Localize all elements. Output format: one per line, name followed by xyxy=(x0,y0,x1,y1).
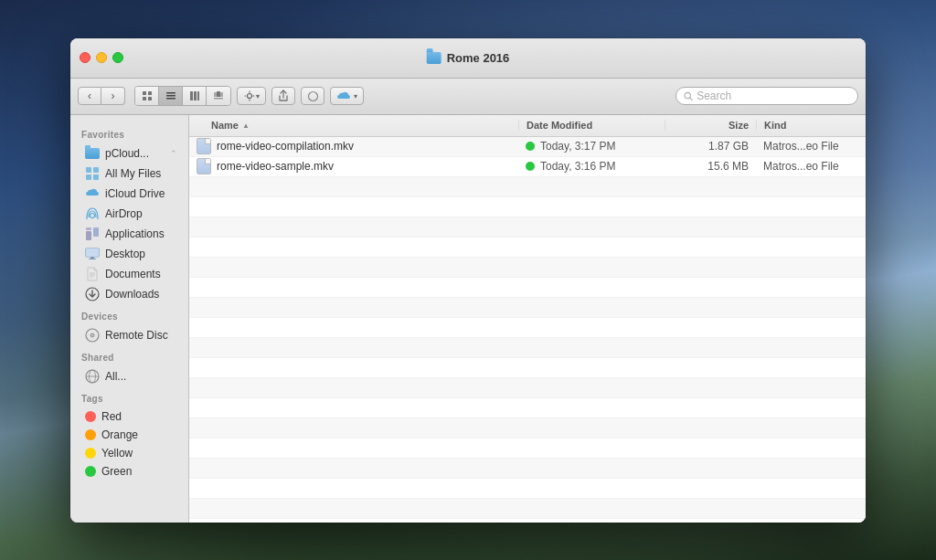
tag-button[interactable] xyxy=(301,87,324,105)
view-columns-button[interactable] xyxy=(183,87,207,105)
pcloud-expand: ⌃ xyxy=(170,149,177,158)
table-row-empty xyxy=(189,459,866,479)
svg-rect-7 xyxy=(190,91,193,100)
sidebar-item-remote-disc[interactable]: Remote Disc xyxy=(74,325,185,345)
svg-rect-12 xyxy=(220,92,223,97)
col-header-size[interactable]: Size xyxy=(665,120,756,131)
view-coverflow-button[interactable] xyxy=(207,87,230,105)
all-shared-label: All... xyxy=(105,370,126,383)
svg-rect-32 xyxy=(90,257,94,259)
svg-rect-23 xyxy=(93,167,99,173)
back-button[interactable]: ‹ xyxy=(78,87,101,105)
window-title-area: Rome 2016 xyxy=(427,51,510,65)
downloads-label: Downloads xyxy=(105,288,159,301)
applications-label: Applications xyxy=(105,227,165,240)
action-chevron: ▾ xyxy=(256,92,260,100)
sidebar: Favorites pCloud... ⌃ All My Fil xyxy=(70,115,189,523)
sidebar-item-desktop[interactable]: Desktop xyxy=(74,244,185,264)
file-kind-cell: Matros...eo File xyxy=(756,140,866,153)
sidebar-item-applications[interactable]: Applications xyxy=(74,224,185,244)
search-icon xyxy=(684,91,693,101)
tag-green-dot xyxy=(85,466,96,477)
minimize-button[interactable] xyxy=(96,52,107,63)
svg-rect-28 xyxy=(93,227,99,237)
sync-status-dot xyxy=(526,162,535,171)
svg-rect-11 xyxy=(214,92,217,97)
file-kind: Matros...eo File xyxy=(763,160,839,173)
forward-button[interactable]: › xyxy=(101,87,125,105)
sidebar-item-tag-orange[interactable]: Orange xyxy=(74,426,185,444)
tag-orange-dot xyxy=(85,429,96,440)
svg-rect-1 xyxy=(148,91,152,95)
shared-label: Shared xyxy=(70,345,188,366)
table-row-empty xyxy=(189,197,866,217)
sidebar-item-tag-red[interactable]: Red xyxy=(74,407,185,426)
table-row-empty xyxy=(189,499,866,519)
sidebar-item-icloud-drive[interactable]: iCloud Drive xyxy=(74,184,185,204)
list-view-icon xyxy=(165,90,176,101)
col-header-date[interactable]: Date Modified xyxy=(518,120,665,131)
sidebar-item-all-my-files[interactable]: All My Files xyxy=(74,164,185,184)
view-list-button[interactable] xyxy=(159,87,183,105)
devices-label: Devices xyxy=(70,304,188,325)
svg-rect-17 xyxy=(244,95,246,96)
coverflow-view-icon xyxy=(213,90,224,101)
toolbar: ‹ › xyxy=(70,79,866,115)
svg-rect-24 xyxy=(86,174,91,180)
col-name-label: Name xyxy=(211,120,239,131)
action-button[interactable]: ▾ xyxy=(237,87,266,105)
finder-window: Rome 2016 ‹ › xyxy=(70,38,866,523)
tag-red-dot xyxy=(85,411,96,422)
svg-rect-33 xyxy=(89,259,96,259)
sidebar-item-pcloud[interactable]: pCloud... ⌃ xyxy=(74,143,185,164)
svg-rect-29 xyxy=(86,227,91,230)
search-input[interactable] xyxy=(697,90,850,102)
file-date-cell: Today, 3:16 PM xyxy=(518,160,665,173)
table-row-empty xyxy=(189,258,866,278)
table-row-empty xyxy=(189,438,866,459)
all-my-files-icon xyxy=(85,166,100,181)
svg-rect-13 xyxy=(214,98,223,100)
close-button[interactable] xyxy=(80,52,90,63)
tag-green-label: Green xyxy=(101,465,132,478)
table-row[interactable]: rome-video-compilation.mkv Today, 3:17 P… xyxy=(189,137,866,157)
tag-orange-label: Orange xyxy=(101,428,138,441)
file-date: Today, 3:17 PM xyxy=(540,140,616,153)
file-list-header: Name ▲ Date Modified Size Kind xyxy=(189,115,866,137)
favorites-label: Favorites xyxy=(70,122,188,143)
sidebar-item-documents[interactable]: Documents xyxy=(74,264,185,284)
sidebar-item-airdrop[interactable]: AirDrop xyxy=(74,204,185,224)
sidebar-item-downloads[interactable]: Downloads xyxy=(74,284,185,304)
downloads-icon xyxy=(85,287,100,301)
gear-icon xyxy=(244,90,255,101)
table-row[interactable]: rome-video-sample.mkv Today, 3:16 PM 15.… xyxy=(189,157,866,177)
view-icon-button[interactable] xyxy=(135,87,159,105)
svg-rect-10 xyxy=(217,91,220,97)
tag-yellow-label: Yellow xyxy=(101,447,133,460)
file-kind-cell: Matros...eo File xyxy=(756,160,866,173)
svg-point-20 xyxy=(685,92,690,98)
back-icon: ‹ xyxy=(88,90,91,102)
svg-point-14 xyxy=(247,94,251,99)
sidebar-item-tag-yellow[interactable]: Yellow xyxy=(74,444,185,462)
view-buttons xyxy=(134,86,231,106)
cloud-button[interactable]: ▾ xyxy=(330,87,364,105)
sort-arrow: ▲ xyxy=(242,122,250,130)
search-box[interactable] xyxy=(675,87,858,105)
svg-rect-27 xyxy=(86,231,91,240)
remote-disc-label: Remote Disc xyxy=(105,329,168,342)
sidebar-item-tag-green[interactable]: Green xyxy=(74,462,185,481)
applications-icon xyxy=(85,227,100,241)
table-row-empty xyxy=(189,238,866,258)
maximize-button[interactable] xyxy=(112,52,123,63)
sidebar-item-all-shared[interactable]: All... xyxy=(74,366,185,386)
svg-rect-3 xyxy=(148,97,152,100)
col-header-kind[interactable]: Kind xyxy=(756,120,866,131)
table-row-empty xyxy=(189,177,866,197)
icloud-drive-label: iCloud Drive xyxy=(105,187,165,200)
share-button[interactable] xyxy=(271,87,295,105)
table-row-empty xyxy=(189,418,866,438)
forward-icon: › xyxy=(112,90,115,102)
col-header-name[interactable]: Name ▲ xyxy=(189,120,518,131)
col-kind-label: Kind xyxy=(764,120,786,131)
